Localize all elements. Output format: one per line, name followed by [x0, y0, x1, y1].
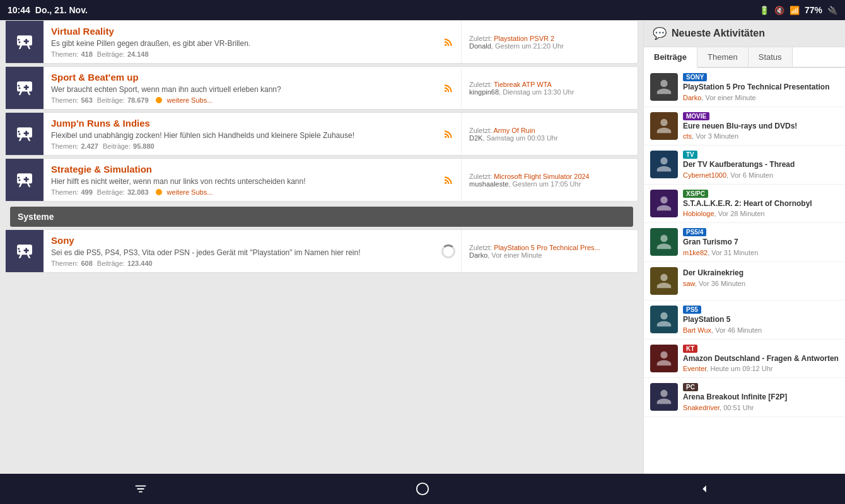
content-area: Virtual Reality Es gibt keine Pillen geg…	[0, 20, 643, 504]
rss-icon-jumpn[interactable]	[436, 113, 461, 155]
battery-icon: 🔋	[759, 6, 769, 15]
systeme-label: Systeme	[18, 212, 54, 222]
forum-icon-sony	[6, 230, 44, 272]
activity-user[interactable]: Hobiologe	[683, 210, 714, 217]
svg-point-3	[445, 181, 446, 183]
forum-icon-sport	[6, 67, 44, 109]
forum-title-sony[interactable]: Sony	[51, 235, 428, 246]
activity-tags: SONY	[683, 73, 839, 81]
activity-title[interactable]: Der TV Kaufberatungs - Thread	[683, 160, 839, 170]
avatar	[650, 228, 678, 256]
sidebar-header: 💬 Neueste Aktivitäten	[644, 20, 845, 47]
activity-tags: XS/PC	[683, 190, 839, 198]
rss-icon-sony[interactable]	[436, 230, 461, 272]
latest-thread-vr[interactable]: Playstation PSVR 2	[494, 35, 554, 42]
activity-title[interactable]: Der Ukrainekrieg	[683, 268, 839, 278]
forum-item-jumpn: Jump'n Runs & Indies Flexibel und unabhä…	[5, 112, 638, 156]
activity-user[interactable]: Darko	[683, 94, 701, 101]
forum-item-sport: Sport & Beat'em up Wer braucht echten Sp…	[5, 66, 638, 110]
forum-desc-jumpn: Flexibel und unabhängig zocken! Hier füh…	[51, 131, 428, 140]
forum-title-vr[interactable]: Virtual Reality	[51, 26, 428, 37]
activity-title[interactable]: Gran Turismo 7	[683, 238, 839, 248]
forum-icon-jumpn	[6, 113, 44, 155]
nav-home-button[interactable]	[397, 474, 448, 504]
forum-stats-strategie: Themen: 499 Beiträge: 32.083 weitere Sub…	[51, 188, 428, 196]
menu-lines-icon	[134, 482, 148, 496]
activity-item: KT Amazon Deutschland - Fragen & Antwort…	[644, 340, 845, 379]
charging-icon: 🔌	[827, 6, 837, 15]
forum-latest-strategie: Zuletzt: Microsoft Flight Simulator 2024…	[461, 159, 638, 201]
latest-thread-strategie[interactable]: Microsoft Flight Simulator 2024	[494, 173, 590, 180]
activity-tag: KT	[683, 345, 697, 353]
activity-user[interactable]: Cybernet1000	[683, 171, 726, 179]
battery-percent: 77%	[805, 5, 822, 15]
sidebar-tabs: Beiträge Themen Status	[644, 47, 845, 68]
activity-time: Vor 31 Minuten	[711, 249, 758, 256]
activity-user[interactable]: cts	[683, 132, 692, 140]
subs-link-sport[interactable]: weitere Subs...	[167, 96, 213, 104]
section-header-systeme: Systeme	[10, 207, 633, 227]
activity-title[interactable]: PlayStation 5	[683, 315, 839, 325]
activity-title[interactable]: Amazon Deutschland - Fragen & Antworten	[683, 354, 839, 364]
gamepad-icon	[15, 32, 35, 52]
activity-content: KT Amazon Deutschland - Fragen & Antwort…	[683, 345, 839, 373]
forum-item-strategie: Strategie & Simulation Hier hilft es nic…	[5, 158, 638, 202]
nav-bar	[0, 474, 845, 504]
activity-meta: m1ke82, Vor 31 Minuten	[683, 249, 839, 256]
activity-content: PS5/4 Gran Turismo 7 m1ke82, Vor 31 Minu…	[683, 228, 839, 256]
latest-thread-jumpn[interactable]: Army Of Ruin	[494, 127, 535, 134]
avatar	[650, 73, 678, 101]
activity-title[interactable]: S.T.A.L.K.E.R. 2: Heart of Chornobyl	[683, 199, 839, 209]
activity-tag: PC	[683, 383, 698, 391]
tab-status[interactable]: Status	[749, 47, 793, 67]
activity-meta: Bart Wux, Vor 46 Minuten	[683, 326, 839, 334]
rss-icon-vr[interactable]	[436, 21, 461, 63]
nav-menu-button[interactable]	[115, 474, 166, 504]
forum-body-jumpn: Jump'n Runs & Indies Flexibel und unabhä…	[44, 113, 436, 155]
activity-user[interactable]: Snakedriver	[683, 404, 720, 411]
person-icon	[655, 311, 673, 328]
avatar	[650, 190, 678, 217]
activity-user[interactable]: Bart Wux	[683, 326, 711, 334]
status-bar: 10:44 Do., 21. Nov. 🔋 🔇 📶 77% 🔌	[0, 0, 845, 20]
subs-link-strategie[interactable]: weitere Subs...	[167, 188, 213, 196]
latest-thread-sport[interactable]: Tiebreak ATP WTA	[494, 81, 552, 88]
activity-title[interactable]: Eure neuen Blu-rays und DVDs!	[683, 122, 839, 132]
activity-tag: PS5	[683, 306, 701, 314]
activity-title[interactable]: Arena Breakout Infinite [F2P]	[683, 392, 839, 403]
forum-title-strategie[interactable]: Strategie & Simulation	[51, 164, 428, 175]
status-bar-left: 10:44 Do., 21. Nov.	[8, 5, 88, 15]
forum-stats-jumpn: Themen: 2.427 Beiträge: 95.880	[51, 142, 428, 150]
activity-item: Der Ukrainekrieg saw, Vor 36 Minuten	[644, 262, 845, 301]
forum-desc-vr: Es gibt keine Pillen gegen draußen, es g…	[51, 39, 428, 48]
activity-user[interactable]: m1ke82	[683, 249, 708, 256]
activity-time: Vor 36 Minuten	[699, 280, 745, 287]
activity-user[interactable]: saw	[683, 280, 695, 287]
forum-latest-sport: Zuletzt: Tiebreak ATP WTA kingpin68, Die…	[461, 67, 638, 109]
avatar	[650, 306, 678, 333]
activity-meta: Darko, Vor einer Minute	[683, 94, 839, 101]
sidebar: 💬 Neueste Aktivitäten Beiträge Themen St…	[643, 20, 845, 504]
person-icon	[655, 233, 673, 251]
activity-user[interactable]: Eventer	[683, 365, 706, 372]
activity-time: Vor 3 Minuten	[696, 132, 738, 140]
forum-title-jumpn[interactable]: Jump'n Runs & Indies	[51, 118, 428, 129]
nav-back-button[interactable]	[679, 474, 730, 504]
forum-title-sport[interactable]: Sport & Beat'em up	[51, 72, 428, 83]
person-icon	[655, 156, 673, 173]
forum-body-sony: Sony Sei es die PS5, PS4, PS3, Vita oder…	[44, 230, 436, 272]
rss-icon-strategie[interactable]	[436, 159, 461, 201]
avatar	[650, 151, 678, 178]
latest-thread-sony[interactable]: PlayStation 5 Pro Technical Pres...	[494, 244, 600, 251]
activity-content: PC Arena Breakout Infinite [F2P] Snakedr…	[683, 383, 839, 411]
forum-item-vr: Virtual Reality Es gibt keine Pillen geg…	[5, 20, 638, 64]
tab-beitraege[interactable]: Beiträge	[644, 47, 697, 68]
activity-icon: 💬	[653, 26, 667, 40]
sidebar-title: Neueste Aktivitäten	[672, 28, 765, 39]
forum-body-vr: Virtual Reality Es gibt keine Pillen geg…	[44, 21, 436, 63]
forum-icon-vr	[6, 21, 44, 63]
tab-themen[interactable]: Themen	[697, 47, 749, 67]
activity-tag: MOVIE	[683, 112, 709, 120]
rss-icon-sport[interactable]	[436, 67, 461, 109]
activity-title[interactable]: PlayStation 5 Pro Technical Presentation	[683, 83, 839, 93]
